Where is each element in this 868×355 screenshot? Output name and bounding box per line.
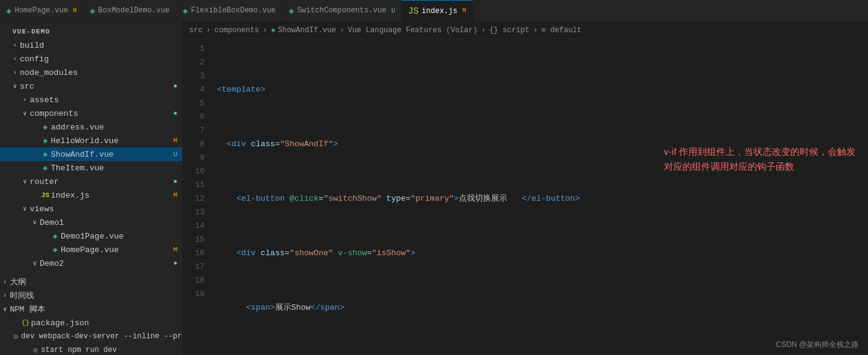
sidebar-item-outline[interactable]: › 大纲 — [0, 275, 182, 289]
sidebar-item-dev-script[interactable]: ⚙ dev webpack-dev-server --inline --pro.… — [0, 330, 182, 343]
tab-indexjs[interactable]: JS index.js M — [402, 0, 472, 21]
json-file-icon: {} — [20, 319, 31, 327]
sidebar-item-timeline[interactable]: › 时间线 — [0, 289, 182, 302]
sidebar-item-homepage-vue[interactable]: ◈ HomePage.vue M — [0, 243, 182, 256]
breadcrumb-sep: › — [533, 26, 538, 35]
item-label: src — [20, 82, 173, 91]
code-lines: <template> <div class="ShowAndIf"> <el-b… — [211, 39, 868, 355]
breadcrumb-components: components — [215, 26, 259, 35]
item-label: NPM 脚本 — [10, 304, 182, 315]
line-numbers: 12345 678910 1112131415 16171819 — [183, 39, 211, 355]
arrow-icon: › — [0, 279, 10, 286]
vue-icon: ◈ — [6, 6, 11, 16]
sidebar-item-demo2[interactable]: ∨ Demo2 ● — [0, 256, 182, 270]
breadcrumb-sep: › — [481, 26, 485, 35]
tab-label: HomePage.vue — [14, 6, 68, 15]
editor-area: src › components › ◈ ShowAndIf.vue › Vue… — [183, 22, 868, 355]
item-label: build — [20, 41, 182, 50]
item-label: dev webpack-dev-server --inline --pro... — [21, 332, 183, 341]
item-label: package.json — [31, 318, 182, 328]
vue-icon: ◈ — [183, 6, 188, 16]
vue-file-icon: ◈ — [50, 231, 61, 241]
arrow-icon: ∨ — [30, 219, 40, 226]
arrow-icon: › — [10, 56, 20, 63]
item-label: index.js — [51, 191, 173, 200]
breadcrumb-sep: › — [206, 26, 211, 35]
main-layout: VUE-DEMO › build › config › node_modules… — [0, 22, 868, 355]
item-label: components — [30, 109, 173, 118]
tab-boxmodel[interactable]: ◈ BoxModelDemo.vue — [84, 0, 177, 21]
arrow-icon: › — [10, 42, 20, 49]
status-dot: ● — [173, 110, 177, 117]
tab-homepage[interactable]: ◈ HomePage.vue M — [0, 0, 84, 21]
breadcrumb-file: ShowAndIf.vue — [278, 26, 336, 35]
code-line-3: <el-button @click="switchShow" type="pri… — [217, 192, 868, 206]
vue-icon: ◈ — [289, 6, 294, 16]
arrow-icon: ∨ — [20, 110, 30, 117]
tab-flexiblebox[interactable]: ◈ FlexibleBoxDemo.vue — [177, 0, 283, 21]
sidebar-item-node-modules[interactable]: › node_modules — [0, 66, 182, 79]
sidebar-item-config[interactable]: › config — [0, 52, 182, 66]
item-label: start npm run dev — [41, 346, 182, 354]
status-dot: ● — [173, 178, 177, 185]
vue-file-icon: ◈ — [40, 122, 51, 132]
modified-badge: M — [173, 191, 177, 199]
arrow-icon: ∨ — [20, 178, 30, 185]
item-label: address.vue — [51, 123, 182, 132]
sidebar: VUE-DEMO › build › config › node_modules… — [0, 22, 183, 355]
modified-badge: M — [173, 137, 177, 144]
arrow-icon: › — [0, 292, 10, 299]
arrow-icon: › — [20, 97, 30, 103]
sidebar-item-demo1[interactable]: ∨ Demo1 — [0, 216, 182, 229]
item-label: 时间线 — [10, 290, 182, 301]
arrow-icon: › — [10, 69, 20, 76]
item-label: TheItem.vue — [51, 164, 182, 173]
sidebar-item-theitem-vue[interactable]: ◈ TheItem.vue — [0, 161, 182, 175]
breadcrumb-sep: › — [340, 26, 344, 35]
item-label: router — [30, 177, 173, 186]
vue-file-icon: ◈ — [50, 245, 61, 255]
arrow-icon: ∨ — [10, 82, 20, 90]
item-label: views — [30, 204, 182, 214]
sidebar-item-address-vue[interactable]: ◈ address.vue — [0, 120, 182, 134]
vue-icon: ◈ — [271, 25, 275, 35]
sidebar-item-build[interactable]: › build — [0, 38, 182, 52]
sidebar-item-router[interactable]: ∨ router ● — [0, 175, 182, 188]
tab-label: FlexibleBoxDemo.vue — [191, 6, 276, 15]
sidebar-item-helloworld-vue[interactable]: ◈ HelloWorld.vue M — [0, 134, 182, 147]
tab-bar: ◈ HomePage.vue M ◈ BoxModelDemo.vue ◈ Fl… — [0, 0, 868, 22]
code-line-2: <div class="ShowAndIf"> — [217, 138, 868, 151]
js-icon: JS — [408, 6, 418, 16]
sidebar-item-assets[interactable]: › assets — [0, 93, 182, 107]
sidebar-item-showandif-vue[interactable]: ◈ ShowAndIf.vue U — [0, 147, 182, 161]
script-icon: ⚙ — [30, 346, 41, 355]
vue-icon: ◈ — [90, 6, 95, 16]
watermark: CSDN @架构师全栈之路 — [776, 340, 859, 350]
code-line-1: <template> — [217, 83, 868, 97]
sidebar-item-components[interactable]: ∨ components ● — [0, 107, 182, 120]
breadcrumb-sep: › — [263, 26, 267, 35]
item-label: Demo1Page.vue — [61, 232, 182, 241]
item-label: 大纲 — [10, 276, 182, 287]
breadcrumb-script: {} script — [489, 26, 529, 35]
sidebar-item-package-json[interactable]: {} package.json — [0, 316, 182, 330]
script-icon: ⚙ — [10, 332, 21, 341]
sidebar-item-npm-scripts[interactable]: ∨ NPM 脚本 — [0, 302, 182, 316]
sidebar-item-src[interactable]: ∨ src ● — [0, 79, 182, 93]
sidebar-title: VUE-DEMO — [0, 25, 182, 38]
breadcrumb-default: ⊙ default — [541, 25, 582, 35]
breadcrumb-volar: Vue Language Features (Volar) — [348, 26, 477, 35]
untracked-badge: U — [173, 151, 177, 158]
modified-badge: M — [173, 246, 177, 253]
code-line-4: <div class="showOne" v-show="isShow"> — [217, 247, 868, 260]
vue-file-icon: ◈ — [40, 149, 51, 159]
tab-switchcomponents[interactable]: ◈ SwitchComponents.vue U — [283, 0, 402, 21]
sidebar-item-views[interactable]: ∨ views — [0, 202, 182, 216]
sidebar-item-demo1page-vue[interactable]: ◈ Demo1Page.vue — [0, 229, 182, 243]
sidebar-item-router-indexjs[interactable]: JS index.js M — [0, 188, 182, 202]
vue-file-icon: ◈ — [40, 163, 51, 173]
item-label: config — [20, 55, 182, 64]
code-line-5: <span>展示Show</span> — [217, 301, 868, 315]
sidebar-item-start-script[interactable]: ⚙ start npm run dev — [0, 343, 182, 355]
code-container[interactable]: 12345 678910 1112131415 16171819 <templa… — [183, 39, 868, 355]
